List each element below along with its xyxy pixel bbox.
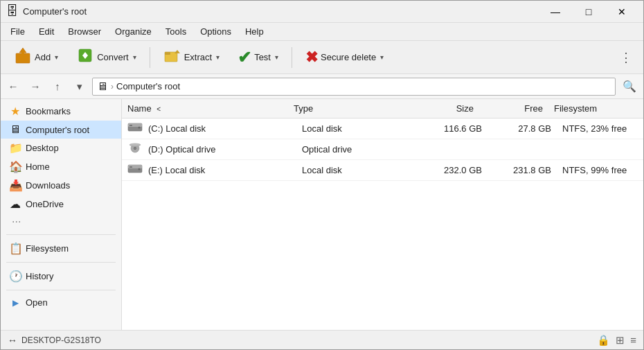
secure-delete-label: Secure delete — [321, 52, 376, 62]
menu-browser[interactable]: Browser — [61, 24, 108, 39]
extract-icon — [163, 46, 181, 69]
menu-options[interactable]: Options — [193, 24, 238, 39]
onedrive-label: OneDrive — [26, 199, 64, 209]
column-free[interactable]: Free — [474, 103, 543, 114]
menu-tools[interactable]: Tools — [159, 24, 193, 39]
toolbar-more-button[interactable]: ⋮ — [614, 46, 638, 69]
add-label: Add — [35, 52, 51, 62]
svg-marker-8 — [175, 50, 180, 53]
toolbar-separator-1 — [150, 47, 150, 68]
menu-help[interactable]: Help — [238, 24, 271, 39]
drive-e-size: 232.0 GB — [413, 165, 482, 175]
title-bar: 🗄 Computer's root — □ ✕ — [1, 1, 643, 23]
status-right: 🔒 ⊞ ≡ — [597, 334, 636, 347]
status-left: ↔ DESKTOP-G2S18TO — [8, 335, 593, 346]
lock-icon[interactable]: 🔒 — [597, 334, 610, 347]
filesystem-icon: 📋 — [9, 242, 21, 255]
computer-name: DESKTOP-G2S18TO — [21, 335, 101, 345]
computers-root-label: Computer's root — [26, 125, 89, 135]
column-name[interactable]: Name < — [127, 103, 294, 114]
history-icon: 🕐 — [9, 270, 21, 283]
sidebar-item-desktop[interactable]: 📁 Desktop — [1, 139, 121, 157]
drive-c-size: 116.6 GB — [413, 123, 482, 134]
table-row[interactable]: (C:) Local disk Local disk 116.6 GB 27.8… — [122, 119, 643, 139]
toolbar: Add ▾ Convert ▾ Extract ▾ ✔ Test — [1, 41, 643, 74]
convert-icon — [76, 46, 94, 69]
bookmarks-header[interactable]: ★ Bookmarks — [1, 102, 121, 121]
forward-button[interactable]: → — [26, 77, 45, 96]
add-icon — [14, 46, 32, 69]
column-type[interactable]: Type — [294, 103, 404, 114]
window-title: Computer's root — [23, 6, 539, 17]
test-button[interactable]: ✔ Test ▾ — [230, 44, 286, 71]
drive-c-name: (C:) Local disk — [148, 123, 302, 134]
view-grid-icon[interactable]: ⊞ — [616, 334, 625, 347]
sidebar-item-open[interactable]: ▶ Open — [1, 295, 121, 310]
close-button[interactable]: ✕ — [606, 1, 638, 23]
search-button[interactable]: 🔍 — [618, 77, 641, 96]
sidebar-divider-2 — [6, 262, 116, 263]
home-label: Home — [26, 161, 50, 172]
table-row[interactable]: (E:) Local disk Local disk 232.0 GB 231.… — [122, 160, 643, 181]
sidebar-item-filesystem[interactable]: 📋 Filesystem — [1, 239, 121, 258]
sidebar-item-downloads[interactable]: 📥 Downloads — [1, 176, 121, 195]
file-list: Name < Type Size Free Filesystem (C:) Lo… — [122, 99, 643, 330]
back-button[interactable]: ← — [3, 77, 23, 96]
svg-rect-7 — [165, 52, 170, 55]
svg-rect-20 — [129, 166, 132, 168]
sidebar-item-computers-root[interactable]: 🖥 Computer's root — [1, 121, 121, 139]
menu-file[interactable]: File — [3, 24, 32, 39]
svg-rect-2 — [21, 49, 24, 54]
bookmarks-section: ★ Bookmarks 🖥 Computer's root 📁 Desktop … — [1, 102, 121, 230]
test-arrow-icon: ▾ — [275, 53, 278, 61]
downloads-label: Downloads — [26, 180, 70, 191]
home-icon: 🏠 — [9, 160, 21, 173]
table-row[interactable]: (D:) Optical drive Optical drive — [122, 139, 643, 160]
maximize-button[interactable]: □ — [573, 1, 605, 23]
drive-c-free: 27.8 GB — [482, 123, 551, 134]
sidebar-divider-3 — [6, 290, 116, 290]
status-bar: ↔ DESKTOP-G2S18TO 🔒 ⊞ ≡ — [1, 330, 643, 349]
transfer-icon: ↔ — [8, 335, 17, 346]
secure-delete-button[interactable]: ✖ Secure delete ▾ — [298, 44, 391, 71]
sidebar-item-home[interactable]: 🏠 Home — [1, 157, 121, 176]
history-dropdown-button[interactable]: ▾ — [70, 77, 89, 96]
drive-e-type: Local disk — [302, 165, 413, 175]
extract-button[interactable]: Extract ▾ — [156, 44, 227, 71]
test-icon: ✔ — [238, 48, 251, 67]
address-bar: ← → ↑ ▾ 🖥 › Computer's root 🔍 — [1, 74, 643, 99]
breadcrumb[interactable]: 🖥 › Computer's root — [92, 78, 616, 96]
extract-arrow-icon: ▾ — [216, 53, 220, 61]
sidebar-item-onedrive[interactable]: ☁ OneDrive — [1, 195, 121, 213]
sidebar-item-history[interactable]: 🕐 History — [1, 267, 121, 286]
column-size[interactable]: Size — [404, 103, 474, 114]
minimize-button[interactable]: — — [539, 1, 571, 23]
sidebar-divider-1 — [6, 234, 116, 235]
open-icon: ▶ — [9, 298, 21, 308]
menu-organize[interactable]: Organize — [108, 24, 159, 39]
convert-label: Convert — [97, 52, 129, 62]
menu-edit[interactable]: Edit — [32, 24, 61, 39]
convert-button[interactable]: Convert ▾ — [69, 44, 144, 71]
sidebar: ★ Bookmarks 🖥 Computer's root 📁 Desktop … — [1, 99, 122, 330]
drive-d-icon — [127, 142, 143, 157]
drive-c-icon — [127, 121, 143, 136]
breadcrumb-separator: › — [111, 82, 114, 91]
sidebar-more-button[interactable]: ··· — [1, 213, 121, 230]
svg-point-11 — [138, 127, 141, 129]
view-list-icon[interactable]: ≡ — [630, 334, 636, 346]
computer-icon: 🖥 — [97, 80, 108, 93]
breadcrumb-path: Computer's root — [116, 81, 180, 91]
history-label: History — [26, 271, 53, 281]
drive-e-filesystem: NTFS, 99% free — [551, 165, 638, 175]
desktop-label: Desktop — [26, 143, 59, 153]
add-button[interactable]: Add ▾ — [6, 44, 66, 71]
svg-rect-12 — [129, 125, 132, 126]
svg-point-16 — [129, 143, 141, 146]
main-content: ★ Bookmarks 🖥 Computer's root 📁 Desktop … — [1, 99, 643, 330]
sort-arrow-icon: < — [156, 105, 161, 113]
up-button[interactable]: ↑ — [48, 77, 67, 96]
file-list-header: Name < Type Size Free Filesystem — [122, 99, 643, 119]
column-filesystem[interactable]: Filesystem — [543, 103, 638, 114]
bookmarks-icon: ★ — [9, 105, 21, 118]
